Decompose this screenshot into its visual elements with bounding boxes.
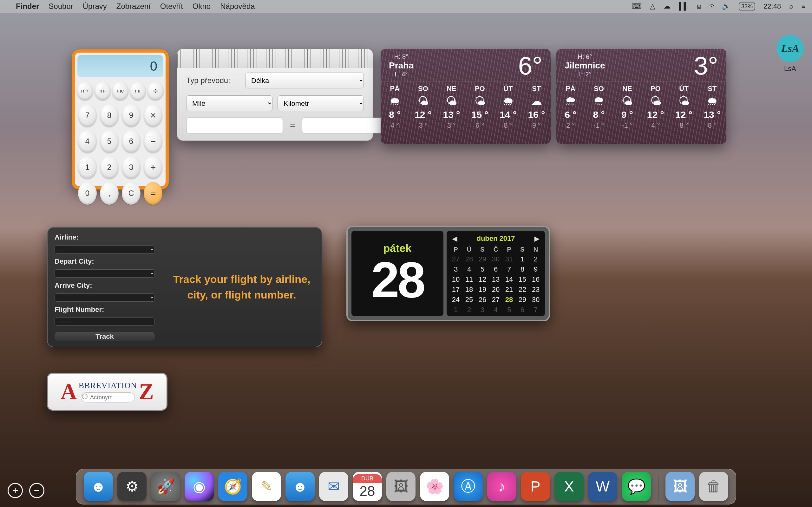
abbreviationz-widget[interactable]: A BBREVIATION Z (47, 373, 167, 411)
calc-key-×[interactable]: × (144, 104, 162, 127)
keyboard-icon[interactable]: ⌨︎ (631, 2, 642, 10)
calc-key-1[interactable]: 1 (78, 156, 97, 179)
calendar-cell[interactable]: 30 (489, 255, 502, 263)
arrive-city-select[interactable] (55, 293, 155, 302)
calc-key-=[interactable]: = (144, 182, 162, 205)
battery-status[interactable]: 33% (739, 3, 755, 10)
calendar-cell[interactable]: 5 (476, 265, 489, 274)
calendar-cell[interactable]: 9 (529, 265, 542, 274)
dock-powerpoint-icon[interactable]: P (521, 472, 550, 501)
calendar-cell[interactable]: 22 (516, 285, 529, 294)
weather-widget-praha[interactable]: H: 8° Praha L: 4° 6° PÁ🌧8 °4 °SO🌤12 °3 °… (380, 49, 551, 144)
dock-calendar-icon[interactable]: DUB 28 (353, 472, 382, 501)
menu-item[interactable]: Otevřít (160, 2, 183, 11)
calc-key-5[interactable]: 5 (100, 130, 119, 153)
calendar-widget[interactable]: pátek 28 ◀ duben 2017 ▶ PÚSČPSN272829303… (346, 226, 550, 321)
calendar-cell[interactable]: 16 (529, 275, 542, 284)
unit-from-select[interactable]: Míle (186, 95, 272, 111)
airline-select[interactable] (55, 245, 155, 253)
wifi-icon[interactable]: ⌔ (710, 2, 714, 10)
calc-key-3[interactable]: 3 (122, 156, 141, 179)
menu-item[interactable]: Nápověda (220, 2, 255, 11)
volume-icon[interactable]: 🔈 (722, 2, 730, 10)
calendar-cell[interactable]: 4 (462, 265, 476, 274)
calc-key-−[interactable]: − (144, 130, 162, 153)
dock-finder2-icon[interactable]: ☻ (286, 472, 315, 501)
calculator-widget[interactable]: 0 m+ m- mc mr ÷ 789×456−123+0,C= (72, 49, 169, 189)
menu-item[interactable]: Úpravy (83, 2, 107, 11)
dock-word-icon[interactable]: W (588, 472, 617, 501)
dock-itunes-icon[interactable]: ♪ (487, 472, 516, 501)
calendar-cell[interactable]: 29 (516, 296, 529, 304)
calendar-cell[interactable]: 3 (476, 306, 489, 314)
calendar-cell[interactable]: 21 (502, 285, 516, 294)
calendar-cell[interactable]: 17 (449, 285, 462, 294)
app-name[interactable]: Finder (16, 2, 39, 11)
remove-widget-button[interactable]: − (29, 483, 44, 498)
calc-key-mminus[interactable]: m- (95, 82, 111, 100)
calendar-cell[interactable]: 1 (449, 306, 462, 314)
calc-key-4[interactable]: 4 (78, 130, 97, 153)
dock-appstore-icon[interactable]: Ⓐ (454, 472, 483, 501)
calendar-cell[interactable]: 27 (449, 255, 462, 263)
menu-item[interactable]: Soubor (49, 2, 73, 11)
onedrive-icon[interactable]: ☁ (664, 2, 670, 10)
calendar-cell[interactable]: 4 (489, 306, 502, 314)
calc-key-mr[interactable]: mr (130, 82, 146, 100)
calendar-cell[interactable]: 14 (502, 275, 516, 284)
calendar-cell[interactable]: 7 (502, 265, 516, 274)
calc-key-mc[interactable]: mc (112, 82, 129, 100)
app-indicator-icon[interactable]: ▌▌ (679, 2, 689, 10)
dropbox-icon[interactable]: ⧈ (697, 2, 701, 10)
dock-notes-icon[interactable]: ✎ (252, 472, 281, 501)
calendar-cell[interactable]: 26 (476, 296, 489, 304)
dock-photos-icon[interactable]: 🌸 (420, 472, 449, 501)
calendar-cell[interactable]: 1 (516, 255, 529, 263)
next-month-button[interactable]: ▶ (535, 235, 539, 242)
weather-widget-jilemnice[interactable]: H: 6° Jilemnice L: 2° 3° PÁ🌨6 °2 °SO🌨8 °… (556, 49, 726, 144)
dock-settings-icon[interactable]: ⚙ (117, 472, 147, 501)
calc-key-7[interactable]: 7 (78, 104, 97, 127)
dock-excel-icon[interactable]: X (554, 472, 583, 501)
calc-key-mplus[interactable]: m+ (77, 82, 93, 100)
flight-number-input[interactable] (55, 318, 155, 326)
calc-key-+[interactable]: + (144, 156, 162, 179)
gdrive-icon[interactable]: △ (650, 2, 655, 10)
calendar-cell[interactable]: 2 (529, 255, 542, 263)
calendar-cell[interactable]: 27 (489, 296, 502, 304)
calendar-cell[interactable]: 2 (462, 306, 476, 314)
menu-item[interactable]: Okno (193, 2, 211, 11)
calc-key-8[interactable]: 8 (100, 104, 119, 127)
calendar-cell[interactable]: 3 (449, 265, 462, 274)
calendar-cell[interactable]: 28 (502, 296, 516, 304)
dock-mail-icon[interactable]: ✉ (319, 472, 348, 501)
dock-downloads-icon[interactable]: 🖼 (665, 472, 695, 501)
calendar-cell[interactable]: 25 (462, 296, 476, 304)
calc-key-0[interactable]: 0 (78, 182, 97, 205)
dock-siri-icon[interactable]: ◉ (185, 472, 214, 501)
calendar-cell[interactable]: 5 (502, 306, 516, 314)
spotlight-icon[interactable]: ⌕ (789, 2, 793, 10)
calendar-cell[interactable]: 24 (449, 296, 462, 304)
calendar-cell[interactable]: 6 (516, 306, 529, 314)
calendar-cell[interactable]: 30 (529, 296, 542, 304)
unit-converter-widget[interactable]: Typ převodu: Délka Míle Kilometr = (177, 49, 373, 141)
track-button[interactable]: Track (55, 332, 155, 341)
calendar-cell[interactable]: 10 (449, 275, 462, 284)
calendar-cell[interactable]: 11 (462, 275, 476, 284)
dock-preview-icon[interactable]: 🖼 (386, 472, 415, 501)
dock-safari-icon[interactable]: 🧭 (218, 472, 247, 501)
calendar-cell[interactable]: 29 (476, 255, 489, 263)
flight-tracker-widget[interactable]: Airline: Depart City: Arrive City: Fligh… (47, 227, 322, 347)
add-widget-button[interactable]: + (8, 483, 23, 498)
depart-city-select[interactable] (55, 269, 155, 278)
clock[interactable]: 22:48 (763, 2, 781, 10)
dock-trash-icon[interactable]: 🗑 (699, 472, 728, 501)
dock-launchpad-icon[interactable]: 🚀 (151, 472, 180, 501)
calendar-cell[interactable]: 23 (529, 285, 542, 294)
prev-month-button[interactable]: ◀ (452, 235, 457, 242)
calc-key-div[interactable]: ÷ (147, 82, 164, 100)
calendar-cell[interactable]: 8 (516, 265, 529, 274)
value-from-input[interactable] (186, 118, 283, 133)
calc-key-C[interactable]: C (122, 182, 141, 205)
